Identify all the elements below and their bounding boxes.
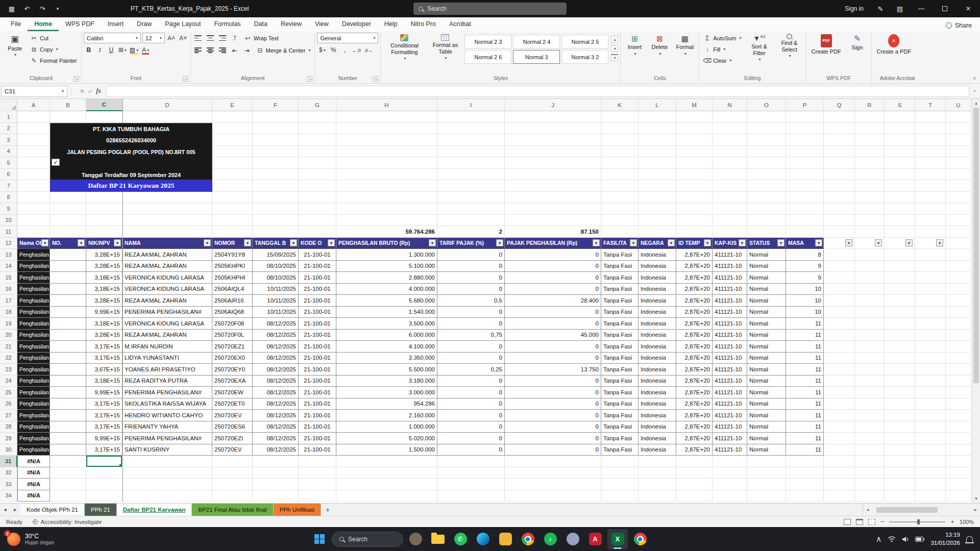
cell-S20[interactable] bbox=[885, 330, 915, 341]
cell-S31[interactable] bbox=[885, 456, 915, 467]
battery-icon[interactable] bbox=[915, 537, 924, 542]
row-header-11[interactable]: 11 bbox=[0, 226, 17, 238]
cell-A5[interactable] bbox=[17, 157, 50, 169]
cell-M14[interactable]: 2,87E+20 bbox=[676, 261, 713, 272]
cell-L12[interactable]: NEGARA▾ bbox=[639, 238, 676, 249]
filter-button-B[interactable]: ▾ bbox=[78, 239, 85, 246]
cell-R25[interactable] bbox=[855, 387, 885, 398]
cell-B34[interactable] bbox=[50, 490, 86, 502]
font-dialog-launcher[interactable]: ↘ bbox=[183, 76, 188, 82]
cell-L23[interactable]: Indonesia bbox=[639, 364, 676, 375]
cell-K10[interactable] bbox=[601, 215, 639, 227]
cell-O29[interactable]: Normal bbox=[747, 433, 786, 444]
cell-K12[interactable]: FASILITA▾ bbox=[601, 238, 639, 249]
cell-M31[interactable] bbox=[676, 456, 713, 467]
cell-U26[interactable] bbox=[946, 398, 971, 410]
font-family-select[interactable]: Calibri▾ bbox=[84, 33, 141, 43]
cell-B26[interactable] bbox=[50, 398, 86, 410]
cell-A22[interactable]: Penghasilan yang diter bbox=[17, 353, 50, 364]
cell-J20[interactable]: 45.000 bbox=[505, 330, 601, 341]
formula-input[interactable] bbox=[106, 86, 969, 97]
cell-G16[interactable]: 21-100-01 bbox=[299, 284, 336, 295]
filter-button-P[interactable]: ▾ bbox=[815, 239, 822, 246]
taskbar-clock[interactable]: 13:19 31/01/2026 bbox=[930, 531, 960, 547]
cell-K28[interactable]: Tanpa Fasi bbox=[601, 421, 639, 433]
cell-B1[interactable] bbox=[50, 111, 86, 123]
cell-Q18[interactable] bbox=[824, 307, 855, 318]
cell-J21[interactable]: 0 bbox=[505, 341, 601, 353]
cell-S16[interactable] bbox=[885, 284, 915, 295]
cell-L15[interactable]: Indonesia bbox=[639, 272, 676, 284]
column-header-F[interactable]: F bbox=[253, 99, 299, 111]
cell-A29[interactable]: Penghasilan yang diter bbox=[17, 433, 50, 444]
cell-M23[interactable]: 2,87E+20 bbox=[676, 364, 713, 375]
cell-E4[interactable] bbox=[212, 146, 253, 158]
taskbar-app-adobe-app[interactable]: A bbox=[585, 529, 605, 549]
cell-C23[interactable]: 3,67E+15 bbox=[86, 364, 122, 375]
cell-N18[interactable]: 411121-10 bbox=[713, 307, 747, 318]
cell-A23[interactable]: Penghasilan yang diter bbox=[17, 364, 50, 375]
cell-I16[interactable]: 0 bbox=[437, 284, 505, 295]
cell-Q9[interactable] bbox=[824, 203, 855, 215]
cell-H27[interactable]: 2.160.000 bbox=[336, 410, 437, 421]
cell-J26[interactable]: 0 bbox=[505, 398, 601, 410]
cell-R19[interactable] bbox=[855, 318, 885, 330]
cell-I10[interactable] bbox=[437, 215, 505, 227]
cell-Q16[interactable] bbox=[824, 284, 855, 295]
cell-C32[interactable] bbox=[86, 467, 122, 479]
cell-K29[interactable]: Tanpa Fasi bbox=[601, 433, 639, 444]
cell-I27[interactable]: 0 bbox=[437, 410, 505, 421]
zoom-level[interactable]: 100% bbox=[960, 519, 974, 525]
cell-D9[interactable] bbox=[122, 203, 212, 215]
cell-S8[interactable] bbox=[885, 192, 915, 204]
percent-style-button[interactable]: % bbox=[328, 45, 338, 55]
cell-E6[interactable] bbox=[212, 169, 253, 181]
cell-N21[interactable]: 411121-10 bbox=[713, 341, 747, 353]
cell-R15[interactable] bbox=[855, 272, 885, 284]
cell-E30[interactable]: 250720EV bbox=[212, 444, 253, 456]
row-header-9[interactable]: 9 bbox=[0, 203, 17, 215]
cell-G25[interactable]: 21-100-01 bbox=[299, 387, 336, 398]
cell-O33[interactable] bbox=[747, 479, 786, 490]
cell-U8[interactable] bbox=[946, 192, 971, 204]
cell-O2[interactable] bbox=[747, 123, 786, 135]
filter-button-N[interactable]: ▾ bbox=[739, 239, 746, 246]
vertical-scrollbar[interactable]: ▲ ▼ bbox=[972, 99, 980, 503]
row-header-23[interactable]: 23 bbox=[0, 364, 17, 375]
cell-J28[interactable]: 0 bbox=[505, 421, 601, 433]
cell-O4[interactable] bbox=[747, 146, 786, 158]
cell-L11[interactable] bbox=[639, 226, 676, 238]
cell-P11[interactable] bbox=[786, 226, 824, 238]
column-header-S[interactable]: S bbox=[885, 99, 915, 111]
filter-button-S[interactable]: ▾ bbox=[905, 239, 913, 246]
formula-bar-splitter[interactable]: ⋮ bbox=[68, 88, 75, 94]
cell-U20[interactable] bbox=[946, 330, 971, 341]
cell-R12[interactable]: ▾ bbox=[855, 238, 885, 249]
align-left-button[interactable] bbox=[193, 45, 203, 56]
cell-H32[interactable] bbox=[336, 467, 437, 479]
horizontal-scroll-thumb[interactable] bbox=[876, 507, 938, 513]
cell-R7[interactable] bbox=[855, 180, 885, 192]
cell-I12[interactable]: TARIF PAJAK (%)▾ bbox=[437, 238, 505, 249]
cell-R22[interactable] bbox=[855, 353, 885, 364]
cell-M24[interactable]: 2,87E+20 bbox=[676, 375, 713, 387]
cell-O5[interactable] bbox=[747, 157, 786, 169]
cell-L28[interactable]: Indonesia bbox=[639, 421, 676, 433]
cell-F20[interactable]: 08/12/2025 bbox=[253, 330, 299, 341]
cell-T21[interactable] bbox=[915, 341, 946, 353]
cell-style-normal-3-2[interactable]: Normal 3 2 bbox=[561, 50, 608, 64]
cell-L10[interactable] bbox=[639, 215, 676, 227]
cell-B25[interactable] bbox=[50, 387, 86, 398]
cell-N25[interactable]: 411121-10 bbox=[713, 387, 747, 398]
cell-S19[interactable] bbox=[885, 318, 915, 330]
cell-R27[interactable] bbox=[855, 410, 885, 421]
cell-G24[interactable]: 21-100-01 bbox=[299, 375, 336, 387]
cell-H20[interactable]: 6.000.000 bbox=[336, 330, 437, 341]
wifi-icon[interactable] bbox=[888, 536, 896, 542]
cell-Q19[interactable] bbox=[824, 318, 855, 330]
column-header-E[interactable]: E bbox=[212, 99, 253, 111]
cell-O25[interactable]: Normal bbox=[747, 387, 786, 398]
cell-B13[interactable] bbox=[50, 249, 86, 261]
cell-N6[interactable] bbox=[713, 169, 747, 181]
number-dialog-launcher[interactable]: ↘ bbox=[373, 76, 378, 82]
